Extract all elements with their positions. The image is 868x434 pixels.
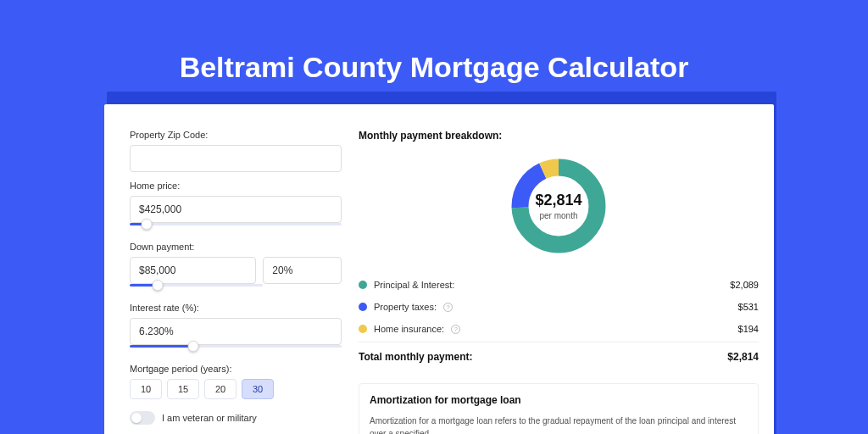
period-option-20[interactable]: 20 bbox=[204, 379, 236, 399]
legend-dot-blue bbox=[359, 303, 367, 311]
legend-dot-yellow bbox=[359, 325, 367, 333]
legend: Principal & Interest:$2,089Property taxe… bbox=[359, 274, 759, 340]
period-label: Mortgage period (years): bbox=[130, 364, 342, 374]
zip-label: Property Zip Code: bbox=[130, 130, 342, 140]
home-price-label: Home price: bbox=[130, 181, 342, 191]
donut-sub: per month bbox=[539, 211, 577, 220]
legend-label: Property taxes: bbox=[374, 302, 437, 312]
amortization-text: Amortization for a mortgage loan refers … bbox=[370, 415, 748, 434]
donut-wrap: $2,814 per month bbox=[359, 155, 759, 257]
calculator-card: Property Zip Code: Home price: Down paym… bbox=[104, 104, 774, 434]
legend-row-0: Principal & Interest:$2,089 bbox=[359, 274, 759, 296]
home-price-input[interactable] bbox=[130, 196, 342, 223]
interest-slider-thumb[interactable] bbox=[188, 341, 199, 352]
down-payment-percent-input[interactable] bbox=[263, 257, 342, 284]
interest-label: Interest rate (%): bbox=[130, 303, 342, 313]
period-group: Mortgage period (years): 10152030 bbox=[130, 364, 342, 399]
donut-amount: $2,814 bbox=[535, 192, 581, 209]
total-value: $2,814 bbox=[727, 351, 759, 363]
down-payment-amount-input[interactable] bbox=[130, 257, 256, 284]
help-icon[interactable]: ? bbox=[443, 303, 453, 312]
zip-input[interactable] bbox=[130, 145, 342, 172]
inputs-column: Property Zip Code: Home price: Down paym… bbox=[130, 130, 342, 434]
breakdown-column: Monthly payment breakdown: $2,814 per mo… bbox=[359, 130, 759, 434]
veteran-row: I am veteran or military bbox=[130, 411, 342, 425]
veteran-label: I am veteran or military bbox=[162, 413, 257, 423]
period-option-10[interactable]: 10 bbox=[130, 379, 162, 399]
period-options: 10152030 bbox=[130, 379, 342, 399]
down-payment-label: Down payment: bbox=[130, 242, 342, 252]
donut-center: $2,814 per month bbox=[508, 155, 609, 257]
legend-dot-green bbox=[359, 281, 367, 289]
veteran-toggle-knob bbox=[131, 413, 142, 423]
amortization-title: Amortization for mortgage loan bbox=[370, 394, 748, 406]
down-payment-group: Down payment: bbox=[130, 242, 342, 294]
total-label: Total monthly payment: bbox=[359, 351, 472, 363]
legend-row-1: Property taxes:?$531 bbox=[359, 296, 759, 318]
amortization-box: Amortization for mortgage loan Amortizat… bbox=[359, 383, 759, 434]
legend-label: Principal & Interest: bbox=[374, 280, 454, 290]
legend-value: $194 bbox=[738, 324, 759, 334]
total-row: Total monthly payment: $2,814 bbox=[359, 342, 759, 371]
veteran-toggle[interactable] bbox=[130, 411, 155, 425]
legend-label: Home insurance: bbox=[374, 324, 444, 334]
zip-field-group: Property Zip Code: bbox=[130, 130, 342, 172]
donut-chart: $2,814 per month bbox=[508, 155, 609, 257]
breakdown-title: Monthly payment breakdown: bbox=[359, 130, 759, 142]
help-icon[interactable]: ? bbox=[451, 325, 460, 334]
home-price-slider-thumb[interactable] bbox=[142, 219, 153, 230]
home-price-group: Home price: bbox=[130, 181, 342, 233]
down-payment-slider-thumb[interactable] bbox=[153, 280, 164, 291]
legend-value: $531 bbox=[738, 302, 759, 312]
period-option-15[interactable]: 15 bbox=[167, 379, 199, 399]
page-title: Beltrami County Mortgage Calculator bbox=[0, 0, 868, 84]
interest-group: Interest rate (%): bbox=[130, 303, 342, 355]
home-price-slider[interactable] bbox=[130, 223, 342, 233]
legend-value: $2,089 bbox=[730, 280, 759, 290]
down-payment-slider[interactable] bbox=[130, 284, 264, 294]
interest-slider[interactable] bbox=[130, 345, 342, 355]
period-option-30[interactable]: 30 bbox=[242, 379, 274, 399]
interest-input[interactable] bbox=[130, 318, 342, 345]
legend-row-2: Home insurance:?$194 bbox=[359, 318, 759, 340]
